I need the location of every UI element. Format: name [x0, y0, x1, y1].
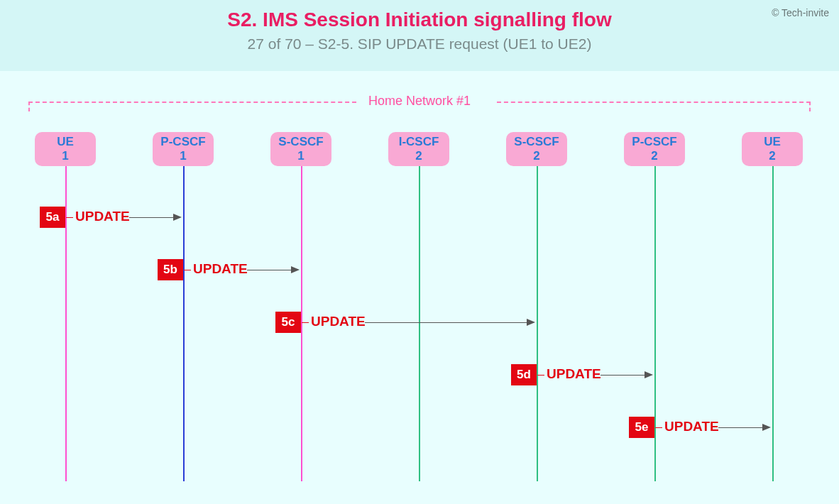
arrow-right-icon	[173, 214, 182, 221]
message-arrow-line	[365, 322, 527, 323]
lane-node-ue1: UE1	[35, 132, 96, 166]
message-tag-5c: 5c	[275, 312, 301, 333]
message-stub	[184, 270, 191, 270]
lifeline-ue1	[65, 166, 67, 481]
diagram-subtitle: 27 of 70 – S2-5. SIP UPDATE request (UE1…	[0, 31, 839, 53]
diagram-canvas: S2. IMS Session Initiation signalling fl…	[0, 0, 839, 504]
lane-label-bottom: 1	[297, 149, 304, 163]
message-tag-5a: 5a	[40, 207, 65, 228]
arrow-right-icon	[645, 371, 653, 378]
lane-node-pcscf2: P-CSCF2	[624, 132, 685, 166]
network-bracket-left	[28, 102, 356, 111]
message-label-5b: UPDATE	[193, 261, 248, 277]
lane-label-bottom: 2	[533, 149, 539, 163]
network-bracket-right	[497, 102, 811, 111]
message-label-5c: UPDATE	[311, 314, 366, 329]
copyright-text: © Tech-invite	[772, 7, 829, 18]
message-tag-5b: 5b	[158, 259, 183, 280]
header: S2. IMS Session Initiation signalling fl…	[0, 0, 839, 71]
lane-node-icscf2: I-CSCF2	[388, 132, 449, 166]
lifeline-scscf2	[537, 166, 538, 481]
lane-label-top: S-CSCF	[278, 135, 323, 149]
message-label-5e: UPDATE	[664, 419, 719, 434]
arrow-right-icon	[291, 266, 300, 273]
message-stub	[302, 322, 309, 323]
lane-label-top: S-CSCF	[514, 135, 559, 149]
lane-label-bottom: 1	[180, 149, 186, 163]
lifeline-ue2	[772, 166, 774, 481]
lane-node-scscf1: S-CSCF1	[270, 132, 331, 166]
lane-label-top: I-CSCF	[399, 135, 439, 149]
lane-node-pcscf1: P-CSCF1	[153, 132, 214, 166]
lane-label-top: UE	[57, 135, 74, 149]
message-label-5a: UPDATE	[75, 209, 130, 224]
lane-label-bottom: 1	[62, 149, 68, 163]
message-stub	[655, 427, 662, 428]
message-label-5d: UPDATE	[547, 366, 601, 382]
lane-label-top: UE	[764, 135, 781, 149]
lifeline-pcscf1	[183, 166, 185, 481]
arrow-right-icon	[762, 424, 771, 431]
lifeline-scscf1	[301, 166, 302, 481]
lane-label-bottom: 2	[769, 149, 775, 163]
message-tag-5d: 5d	[511, 364, 537, 385]
lifeline-icscf2	[419, 166, 420, 481]
arrow-right-icon	[527, 319, 535, 326]
lane-node-scscf2: S-CSCF2	[506, 132, 567, 166]
message-arrow-line	[247, 270, 291, 270]
lane-label-bottom: 2	[415, 149, 422, 163]
lane-label-bottom: 2	[651, 149, 657, 163]
message-tag-5e: 5e	[629, 417, 654, 438]
message-arrow-line	[718, 427, 762, 428]
diagram-title: S2. IMS Session Initiation signalling fl…	[0, 0, 839, 31]
lane-node-ue2: UE2	[742, 132, 803, 166]
lane-label-top: P-CSCF	[632, 135, 676, 149]
message-arrow-line	[601, 375, 645, 376]
message-stub	[66, 217, 73, 218]
lane-label-top: P-CSCF	[160, 135, 205, 149]
lifeline-pcscf2	[654, 166, 656, 481]
message-stub	[537, 375, 544, 376]
message-arrow-line	[129, 217, 173, 218]
